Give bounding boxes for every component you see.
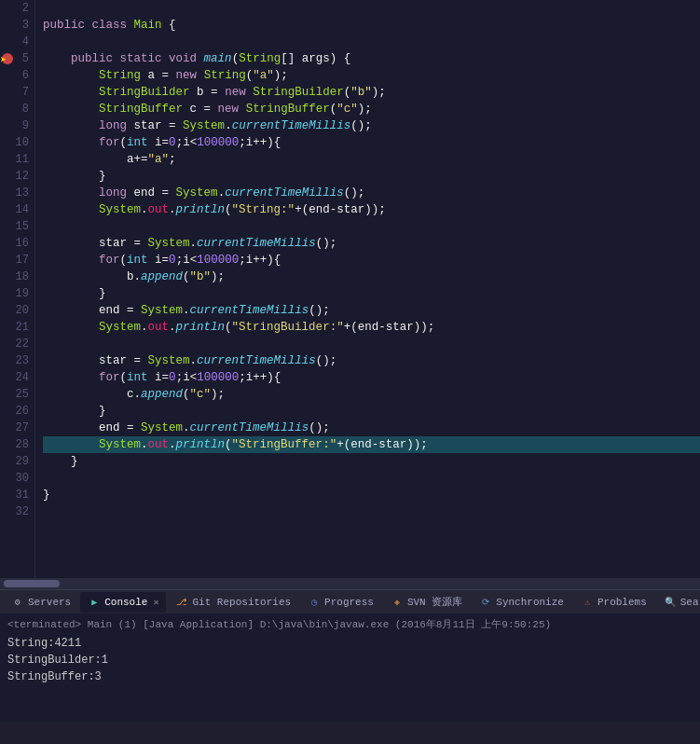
code-line-4 (43, 34, 700, 50)
code-line-19: } (43, 285, 700, 302)
line-12: 12 (0, 168, 34, 185)
line-29: 29 (0, 453, 34, 470)
tab-search[interactable]: 🔍 Search (656, 592, 700, 613)
tab-git[interactable]: ⎇ Git Repositories (168, 592, 298, 613)
code-line-26: } (43, 403, 700, 420)
code-content[interactable]: public class Main { public static void m… (35, 0, 700, 578)
line-16: 16 (0, 235, 34, 252)
code-line-12: } (43, 168, 700, 185)
code-line-2 (43, 0, 700, 17)
code-line-25: c.append("c"); (43, 386, 700, 403)
tab-problems-label: Problems (597, 597, 647, 608)
code-line-14: System.out.println("String:"+(end-star))… (43, 201, 700, 218)
code-line-23: star = System.currentTimeMillis(); (43, 352, 700, 369)
console-output-line-1: String:4211 (7, 635, 693, 652)
scrollbar-thumb[interactable] (4, 580, 60, 587)
line-28: 28 (0, 436, 34, 453)
code-line-29: } (43, 453, 700, 470)
code-line-9: long star = System.currentTimeMillis(); (43, 117, 700, 134)
line-11: 11 (0, 151, 34, 168)
line-23: 23 (0, 352, 34, 369)
console-close-icon[interactable]: ✕ (153, 597, 158, 608)
tab-search-label: Search (680, 597, 700, 608)
line-8: 8 (0, 101, 34, 117)
problems-icon: ⚠ (581, 596, 594, 609)
search-icon: 🔍 (664, 596, 677, 609)
code-line-22 (43, 336, 700, 352)
line-18: 18 (0, 269, 34, 285)
code-line-16: star = System.currentTimeMillis(); (43, 235, 700, 252)
tab-git-label: Git Repositories (192, 597, 291, 608)
console-output: <terminated> Main (1) [Java Application]… (0, 613, 700, 722)
console-output-line-2: StringBuilder:1 (7, 652, 693, 668)
line-5: ➤ 5 (0, 50, 34, 67)
line-numbers: 2 3 4 ➤ 5 6 7 8 9 10 11 12 13 14 15 16 1… (0, 0, 35, 578)
sync-icon: ⟳ (479, 596, 492, 609)
line-24: 24 (0, 369, 34, 386)
line-19: 19 (0, 285, 34, 302)
code-line-31: } (43, 487, 700, 503)
tab-console-label: Console (104, 597, 147, 608)
line-31: 31 (0, 487, 34, 503)
code-line-28: System.out.println("StringBuffer:"+(end-… (43, 436, 700, 453)
tab-progress-label: Progress (324, 597, 374, 608)
tab-svn-label: SVN 资源库 (407, 595, 462, 609)
code-line-24: for(int i=0;i<100000;i++){ (43, 369, 700, 386)
code-line-5: public static void main(String[] args) { (43, 50, 700, 67)
line-32: 32 (0, 503, 34, 520)
code-line-18: b.append("b"); (43, 269, 700, 285)
line-22: 22 (0, 336, 34, 352)
code-line-7: StringBuilder b = new StringBuilder("b")… (43, 84, 700, 101)
line-15: 15 (0, 218, 34, 235)
tab-svn[interactable]: ◈ SVN 资源库 (383, 592, 470, 613)
progress-icon: ◷ (308, 596, 321, 609)
code-line-32 (43, 503, 700, 520)
code-line-10: for(int i=0;i<100000;i++){ (43, 134, 700, 151)
code-line-13: long end = System.currentTimeMillis(); (43, 185, 700, 201)
line-4: 4 (0, 34, 34, 50)
console-icon: ▶ (88, 596, 101, 609)
line-30: 30 (0, 470, 34, 487)
tab-servers[interactable]: ⚙ Servers (4, 592, 78, 613)
line-20: 20 (0, 302, 34, 319)
code-line-17: for(int i=0;i<100000;i++){ (43, 252, 700, 269)
git-icon: ⎇ (175, 596, 188, 609)
code-line-15 (43, 218, 700, 235)
tab-sync[interactable]: ⟳ Synchronize (472, 592, 571, 613)
servers-icon: ⚙ (11, 596, 24, 609)
tab-sync-label: Synchronize (496, 597, 564, 608)
line-14: 14 (0, 201, 34, 218)
svn-icon: ◈ (391, 596, 404, 609)
tab-console[interactable]: ▶ Console ✕ (80, 592, 166, 613)
tab-servers-label: Servers (28, 597, 71, 608)
line-25: 25 (0, 386, 34, 403)
line-27: 27 (0, 420, 34, 436)
code-line-30 (43, 470, 700, 487)
console-terminated-line: <terminated> Main (1) [Java Application]… (7, 617, 693, 631)
code-line-20: end = System.currentTimeMillis(); (43, 302, 700, 319)
horizontal-scrollbar[interactable] (0, 578, 700, 589)
line-2: 2 (0, 0, 34, 17)
code-line-27: end = System.currentTimeMillis(); (43, 420, 700, 436)
line-21: 21 (0, 319, 34, 336)
line-26: 26 (0, 403, 34, 420)
line-3: 3 (0, 17, 34, 34)
console-output-line-3: StringBuffer:3 (7, 668, 693, 685)
tab-problems[interactable]: ⚠ Problems (573, 592, 654, 613)
line-6: 6 (0, 67, 34, 84)
line-10: 10 (0, 134, 34, 151)
code-line-8: StringBuffer c = new StringBuffer("c"); (43, 101, 700, 117)
line-17: 17 (0, 252, 34, 269)
line-7: 7 (0, 84, 34, 101)
editor-area: 2 3 4 ➤ 5 6 7 8 9 10 11 12 13 14 15 16 1… (0, 0, 700, 578)
tab-progress[interactable]: ◷ Progress (300, 592, 381, 613)
code-line-11: a+="a"; (43, 151, 700, 168)
code-line-3: public class Main { (43, 17, 700, 34)
code-line-6: String a = new String("a"); (43, 67, 700, 84)
line-9: 9 (0, 117, 34, 134)
tabs-bar: ⚙ Servers ▶ Console ✕ ⎇ Git Repositories… (0, 589, 700, 613)
bottom-panel: ⚙ Servers ▶ Console ✕ ⎇ Git Repositories… (0, 589, 700, 744)
code-line-21: System.out.println("StringBuilder:"+(end… (43, 319, 700, 336)
line-13: 13 (0, 185, 34, 201)
